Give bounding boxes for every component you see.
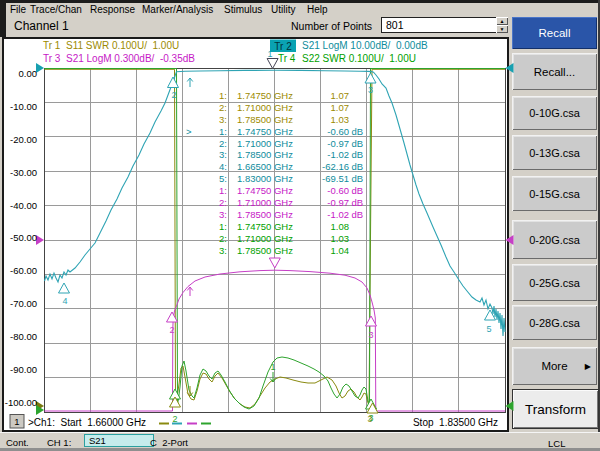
svg-text:2:: 2: (219, 138, 227, 149)
svg-text:1.78500 GHz: 1.78500 GHz (237, 149, 293, 160)
svg-text:-0.97: -0.97 (327, 138, 349, 149)
svg-text:1.71000 GHz: 1.71000 GHz (237, 197, 293, 208)
svg-text:1.03: 1.03 (331, 233, 350, 244)
svg-text:S21 LogM 10.00dB/ 0.00dB: S21 LogM 10.00dB/ 0.00dB (302, 40, 428, 51)
svg-text:-1.02: -1.02 (327, 209, 349, 220)
svg-text:1:: 1: (219, 126, 227, 137)
svg-text:3: 3 (368, 85, 373, 95)
svg-text:3:: 3: (219, 114, 227, 125)
svg-text:-10.00: -10.00 (10, 101, 37, 112)
svg-text:1.03: 1.03 (331, 114, 350, 125)
svg-text:1.78500 GHz: 1.78500 GHz (237, 245, 293, 256)
svg-text:Tr 3 S21 LogM 0.300dB/ -0.35: Tr 3 S21 LogM 0.300dB/ -0.35dB (43, 53, 195, 64)
svg-text:1.71000 GHz: 1.71000 GHz (237, 138, 293, 149)
svg-text:1:: 1: (219, 90, 227, 101)
svg-text:1.71000 GHz: 1.71000 GHz (237, 102, 293, 113)
svg-text:1.78500 GHz: 1.78500 GHz (237, 209, 293, 220)
svg-text:4:: 4: (219, 161, 227, 172)
svg-text:-20.00: -20.00 (10, 134, 37, 145)
svg-text:S22 SWR 0.100U/ 1.00U: S22 SWR 0.100U/ 1.00U (302, 53, 416, 64)
svg-text:3: 3 (368, 330, 373, 340)
svg-text:-62.16: -62.16 (322, 161, 349, 172)
svg-text:4: 4 (62, 296, 67, 306)
svg-text:dB: dB (352, 138, 364, 149)
svg-text:dB: dB (352, 173, 364, 184)
svg-text:dB: dB (352, 161, 364, 172)
svg-text:2:: 2: (219, 233, 227, 244)
svg-text:5:: 5: (219, 173, 227, 184)
svg-text:1.74750 GHz: 1.74750 GHz (237, 126, 293, 137)
svg-text:-70.00: -70.00 (10, 298, 37, 309)
svg-text:dB: dB (352, 149, 364, 160)
svg-text:1.83000 GHz: 1.83000 GHz (237, 173, 293, 184)
svg-text:-50.00: -50.00 (10, 232, 37, 243)
svg-text:2: 2 (169, 325, 174, 335)
svg-text:1: 1 (14, 416, 19, 427)
svg-text:3:: 3: (219, 149, 227, 160)
svg-text:1.07: 1.07 (331, 90, 350, 101)
svg-text:-80.00: -80.00 (10, 331, 37, 342)
svg-text:1.71000 GHz: 1.71000 GHz (237, 233, 293, 244)
svg-text:1.78500 GHz: 1.78500 GHz (237, 114, 293, 125)
svg-text:2:: 2: (219, 102, 227, 113)
svg-text:1: 1 (270, 362, 275, 372)
svg-text:-90.00: -90.00 (10, 364, 37, 375)
svg-text:3:: 3: (219, 209, 227, 220)
svg-text:1.66500 GHz: 1.66500 GHz (237, 161, 293, 172)
svg-text:1:: 1: (219, 185, 227, 196)
svg-text:0.00: 0.00 (19, 68, 38, 79)
svg-text:2:: 2: (219, 197, 227, 208)
svg-text:1.08: 1.08 (331, 221, 350, 232)
svg-text:1.04: 1.04 (331, 245, 350, 256)
svg-text:>: > (186, 126, 192, 137)
svg-text:-0.60: -0.60 (327, 185, 349, 196)
svg-text:Tr 4: Tr 4 (278, 53, 296, 64)
svg-text:Tr 1 S11 SWR 0.100U/ 1.00U: Tr 1 S11 SWR 0.100U/ 1.00U (43, 40, 179, 51)
svg-text:dB: dB (352, 126, 364, 137)
svg-text:-0.97: -0.97 (327, 197, 349, 208)
svg-text:-1.02: -1.02 (327, 149, 349, 160)
svg-text:-30.00: -30.00 (10, 167, 37, 178)
svg-text:Stop 1.83500 GHz: Stop 1.83500 GHz (413, 417, 498, 428)
svg-text:1.74750 GHz: 1.74750 GHz (237, 185, 293, 196)
svg-text:1.74750 GHz: 1.74750 GHz (237, 90, 293, 101)
svg-text:>Ch1: Start 1.66000 GHz: >Ch1: Start 1.66000 GHz (28, 417, 146, 428)
svg-text:dB: dB (352, 209, 364, 220)
svg-text:5: 5 (486, 324, 491, 334)
svg-text:-100.00: -100.00 (5, 397, 37, 408)
svg-text:1.74750 GHz: 1.74750 GHz (237, 221, 293, 232)
svg-text:dB: dB (352, 197, 364, 208)
svg-text:dB: dB (352, 185, 364, 196)
svg-text:-69.51: -69.51 (322, 173, 349, 184)
svg-text:-0.60: -0.60 (327, 126, 349, 137)
svg-text:3:: 3: (219, 245, 227, 256)
svg-text:2: 2 (171, 90, 176, 100)
svg-text:-60.00: -60.00 (10, 265, 37, 276)
svg-text:-40.00: -40.00 (10, 200, 37, 211)
svg-text:3: 3 (368, 413, 373, 423)
svg-text:1.07: 1.07 (331, 102, 350, 113)
svg-text:Tr 2: Tr 2 (274, 41, 292, 52)
svg-text:1:: 1: (219, 221, 227, 232)
